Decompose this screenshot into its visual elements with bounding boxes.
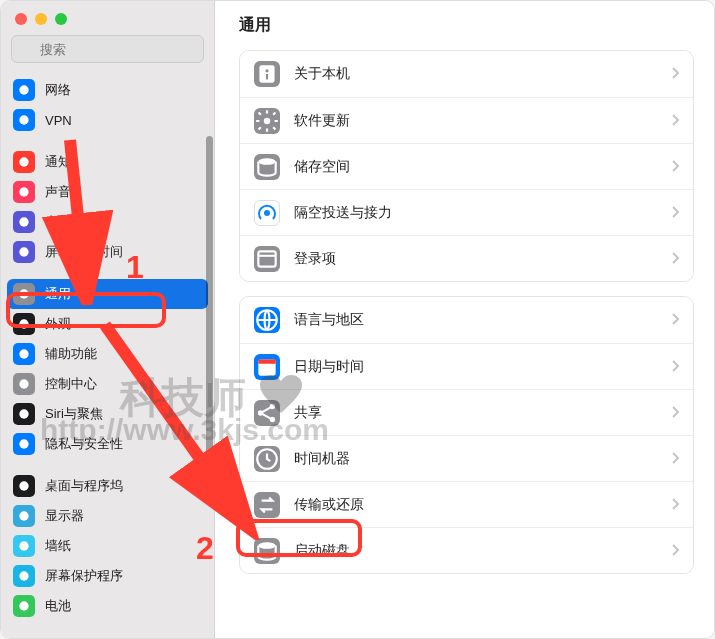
chevron-right-icon (671, 451, 679, 467)
settings-row-label: 共享 (294, 404, 657, 422)
sidebar-item-label: 辅助功能 (45, 345, 97, 363)
settings-row[interactable]: 启动磁盘 (240, 527, 693, 573)
sidebar-item[interactable]: Siri与聚焦 (7, 399, 208, 429)
settings-row[interactable]: 时间机器 (240, 435, 693, 481)
settings-row[interactable]: 日期与时间 (240, 343, 693, 389)
chevron-right-icon (671, 113, 679, 129)
chevron-right-icon (671, 359, 679, 375)
svg-point-5 (19, 187, 28, 196)
globe-icon (254, 307, 280, 333)
chevron-right-icon (671, 205, 679, 221)
svg-point-20 (265, 69, 268, 72)
sidebar-item[interactable]: 控制中心 (7, 369, 208, 399)
svg-point-16 (19, 541, 28, 550)
sidebar-item[interactable]: VPN (7, 105, 208, 135)
chevron-right-icon (671, 251, 679, 267)
svg-point-13 (19, 439, 28, 448)
sidebar-item-icon (13, 79, 35, 101)
settings-row-label: 软件更新 (294, 112, 657, 130)
sidebar-item[interactable]: 桌面与程序坞 (7, 471, 208, 501)
settings-row[interactable]: 隔空投送与接力 (240, 189, 693, 235)
settings-row-label: 时间机器 (294, 450, 657, 468)
sidebar-item-label: VPN (45, 113, 72, 128)
page-title: 通用 (239, 15, 694, 36)
sidebar-item-label: 电池 (45, 597, 71, 615)
sidebar-item-icon (13, 433, 35, 455)
sidebar-item-icon (13, 565, 35, 587)
svg-rect-25 (258, 251, 275, 266)
svg-point-4 (19, 157, 28, 166)
settings-row-label: 启动磁盘 (294, 542, 657, 560)
sidebar-item[interactable]: 辅助功能 (7, 339, 208, 369)
sidebar-item-icon (13, 403, 35, 425)
close-button[interactable] (15, 13, 27, 25)
sidebar-item-label: 通用 (45, 285, 71, 303)
sidebar-item-icon (13, 241, 35, 263)
sidebar-item[interactable]: 屏幕使用时间 (7, 237, 208, 267)
sidebar: 网络VPN通知声音专注模式屏幕使用时间通用外观辅助功能控制中心Siri与聚焦隐私… (1, 1, 215, 638)
maximize-button[interactable] (55, 13, 67, 25)
sidebar-item-label: 屏幕保护程序 (45, 567, 123, 585)
settings-group: 关于本机软件更新储存空间隔空投送与接力登录项 (239, 50, 694, 282)
svg-rect-21 (266, 74, 268, 79)
svg-point-12 (19, 409, 28, 418)
settings-row[interactable]: 关于本机 (240, 51, 693, 97)
svg-rect-29 (258, 359, 275, 363)
svg-point-22 (264, 117, 271, 124)
minimize-button[interactable] (35, 13, 47, 25)
sidebar-item[interactable]: 网络 (7, 75, 208, 105)
settings-window: 网络VPN通知声音专注模式屏幕使用时间通用外观辅助功能控制中心Siri与聚焦隐私… (0, 0, 715, 639)
sidebar-item-icon (13, 343, 35, 365)
sidebar-item[interactable]: 显示器 (7, 501, 208, 531)
svg-point-15 (19, 511, 28, 520)
gear-icon (254, 108, 280, 134)
sidebar-item[interactable]: 隐私与安全性 (7, 429, 208, 459)
svg-point-17 (19, 571, 28, 580)
sidebar-item[interactable]: 电池 (7, 591, 208, 621)
sidebar-item-icon (13, 535, 35, 557)
svg-point-9 (19, 319, 28, 328)
sidebar-item-label: 屏幕使用时间 (45, 243, 123, 261)
svg-point-6 (19, 217, 28, 226)
settings-row[interactable]: 语言与地区 (240, 297, 693, 343)
sidebar-item[interactable]: 墙纸 (7, 531, 208, 561)
chevron-right-icon (671, 312, 679, 328)
settings-row[interactable]: 储存空间 (240, 143, 693, 189)
settings-group: 语言与地区日期与时间共享时间机器传输或还原启动磁盘 (239, 296, 694, 574)
svg-point-3 (19, 115, 28, 124)
clock-icon (254, 446, 280, 472)
window-icon (254, 246, 280, 272)
airdrop-icon (254, 200, 280, 226)
settings-row-label: 储存空间 (294, 158, 657, 176)
sidebar-item[interactable]: 通知 (7, 147, 208, 177)
settings-row[interactable]: 共享 (240, 389, 693, 435)
svg-point-14 (19, 481, 28, 490)
sidebar-item-icon (13, 181, 35, 203)
chevron-right-icon (671, 66, 679, 82)
sidebar-item-icon (13, 211, 35, 233)
chevron-right-icon (671, 405, 679, 421)
sidebar-item[interactable]: 外观 (7, 309, 208, 339)
sidebar-item-icon (13, 109, 35, 131)
sidebar-item-icon (13, 283, 35, 305)
sidebar-item[interactable]: 声音 (7, 177, 208, 207)
sidebar-item-icon (13, 505, 35, 527)
settings-row[interactable]: 登录项 (240, 235, 693, 281)
settings-panel: 关于本机软件更新储存空间隔空投送与接力登录项语言与地区日期与时间共享时间机器传输… (239, 50, 694, 574)
sidebar-item[interactable]: 专注模式 (7, 207, 208, 237)
sidebar-item-label: 声音 (45, 183, 71, 201)
sidebar-item[interactable]: 屏幕保护程序 (7, 561, 208, 591)
sidebar-item-label: Siri与聚焦 (45, 405, 103, 423)
calendar-icon (254, 354, 280, 380)
main-panel: 通用 关于本机软件更新储存空间隔空投送与接力登录项语言与地区日期与时间共享时间机… (215, 1, 714, 638)
sidebar-item[interactable]: 通用 (7, 279, 208, 309)
settings-row[interactable]: 软件更新 (240, 97, 693, 143)
settings-row-label: 传输或还原 (294, 496, 657, 514)
settings-row[interactable]: 传输或还原 (240, 481, 693, 527)
search-input[interactable] (11, 35, 204, 63)
settings-row-label: 语言与地区 (294, 311, 657, 329)
svg-point-34 (258, 542, 275, 549)
scrollbar[interactable] (206, 136, 213, 466)
disk-icon (254, 538, 280, 564)
chevron-right-icon (671, 497, 679, 513)
